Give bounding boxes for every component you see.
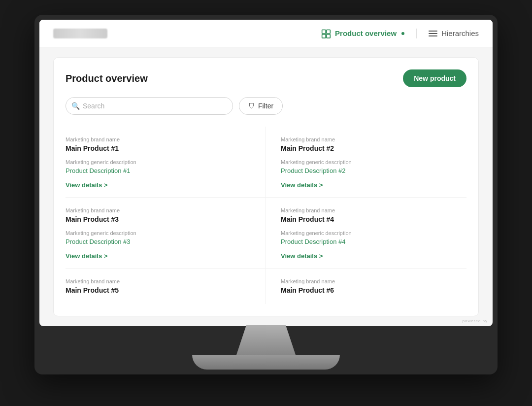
nav-product-overview[interactable]: Product overview (321, 29, 404, 38)
svg-rect-0 (322, 30, 326, 34)
stand-neck (217, 325, 315, 355)
view-details-link[interactable]: View details > (281, 181, 323, 189)
product-brand-label: Marketing brand name (281, 278, 457, 284)
svg-rect-1 (327, 30, 331, 34)
product-desc: Product Description #1 (66, 167, 251, 174)
product-desc-label: Marketing generic description (66, 230, 251, 236)
nav-right: Product overview Hierarchies (321, 29, 479, 38)
product-brand-label: Marketing brand name (66, 207, 251, 213)
product-card: Marketing brand name Main Product #1 Mar… (66, 127, 266, 198)
page-header: Product overview New product (66, 69, 466, 87)
product-card: Marketing brand name Main Product #3 Mar… (66, 198, 266, 269)
monitor-outer: Product overview Hierarchies Product ove… (34, 15, 498, 374)
nav-product-overview-dot (401, 32, 404, 35)
product-desc: Product Description #2 (281, 167, 457, 174)
product-desc: Product Description #4 (281, 238, 457, 245)
product-brand-label: Marketing brand name (66, 278, 251, 284)
product-desc: Product Description #3 (66, 238, 251, 245)
products-grid: Marketing brand name Main Product #1 Mar… (66, 127, 466, 304)
main-content: Product overview New product 🔍 ⛉ Filter … (53, 57, 479, 316)
filter-button[interactable]: ⛉ Filter (239, 97, 283, 115)
product-overview-icon (321, 29, 331, 38)
new-product-button[interactable]: New product (403, 69, 466, 87)
view-details-link[interactable]: View details > (66, 252, 107, 260)
hamburger-icon (429, 31, 437, 36)
page-title: Product overview (66, 73, 148, 84)
product-brand-label: Marketing brand name (281, 207, 457, 213)
svg-rect-2 (322, 34, 326, 38)
product-name: Main Product #2 (281, 144, 457, 152)
nav-hierarchies-label: Hierarchies (441, 29, 479, 37)
nav-product-overview-label: Product overview (335, 29, 397, 37)
product-card: Marketing brand name Main Product #5 Mar… (66, 269, 266, 304)
product-name: Main Product #3 (66, 215, 251, 223)
product-card: Marketing brand name Main Product #6 Mar… (266, 269, 466, 304)
product-desc-label: Marketing generic description (281, 230, 457, 236)
filter-icon: ⛉ (248, 102, 255, 110)
nav-hierarchies[interactable]: Hierarchies (429, 29, 479, 37)
product-name: Main Product #4 (281, 215, 457, 223)
nav-logo (53, 29, 107, 38)
stand-base (192, 355, 340, 370)
product-card: Marketing brand name Main Product #4 Mar… (266, 198, 466, 269)
search-filter-row: 🔍 ⛉ Filter (66, 97, 466, 115)
product-card: Marketing brand name Main Product #2 Mar… (266, 127, 466, 198)
nav-divider (416, 29, 417, 38)
products-container[interactable]: Marketing brand name Main Product #1 Mar… (66, 127, 466, 304)
search-input[interactable] (66, 97, 233, 115)
view-details-link[interactable]: View details > (281, 252, 323, 260)
product-name: Main Product #6 (281, 286, 457, 294)
search-input-wrapper: 🔍 (66, 97, 233, 115)
monitor-screen: Product overview Hierarchies Product ove… (39, 20, 493, 326)
svg-rect-3 (327, 34, 331, 38)
view-details-link[interactable]: View details > (66, 181, 107, 189)
filter-label: Filter (258, 102, 273, 110)
product-desc-label: Marketing generic description (281, 159, 457, 165)
monitor-stand (39, 326, 493, 370)
product-name: Main Product #1 (66, 144, 251, 152)
product-brand-label: Marketing brand name (281, 136, 457, 142)
product-desc-label: Marketing generic description (66, 159, 251, 165)
search-icon: 🔍 (71, 102, 80, 110)
product-name: Main Product #5 (66, 286, 251, 294)
product-brand-label: Marketing brand name (66, 136, 251, 142)
nav-bar: Product overview Hierarchies (39, 20, 493, 47)
watermark: powered by (463, 319, 488, 323)
